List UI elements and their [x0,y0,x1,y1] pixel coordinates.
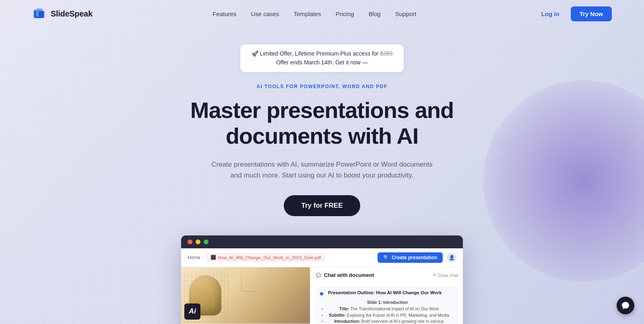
slide-1-section: Slide 1: Introduction Title: The Transfo… [320,300,453,324]
nav-actions: Log in Try Now [537,6,612,21]
nav-link-use-cases[interactable]: Use cases [251,10,279,17]
login-button[interactable]: Log in [537,7,564,21]
slide-1-item-intro: Introduction: Brief overview of AI's gro… [322,318,453,324]
window-dot-green [204,239,208,244]
navbar: SlideSpeak Features Use cases Templates … [0,0,644,28]
create-icon: 🔍 [383,255,389,260]
nav-link-features[interactable]: Features [213,10,236,17]
logo-icon [32,7,47,21]
chat-panel: 💬 Chat with document ✕ Clear chat Presen… [310,267,463,324]
user-avatar[interactable]: 👤 [447,253,456,262]
clear-chat-button[interactable]: ✕ Clear chat [433,272,458,278]
offer-rocket: 🚀 [252,50,258,57]
outline-dot [320,292,323,295]
window-dot-red [188,239,192,244]
create-presentation-button[interactable]: 🔍 Create presentation [378,252,443,263]
chat-header: 💬 Chat with document ✕ Clear chat [315,272,458,282]
ai-tools-label: AI TOOLS FOR POWERPOINT, WORD AND PDF [256,84,388,89]
offer-text2: Offer ends March 14th. Get it now — [252,58,393,67]
svg-rect-2 [39,11,44,18]
logo[interactable]: SlideSpeak [32,7,93,21]
doc-preview: Ai How will AI change our work in 2024? [181,267,310,324]
doc-image-area: Ai [181,267,310,324]
file-dot: ⬛ [211,255,216,260]
file-chip[interactable]: ⬛ How_AI_Will_Change_Our_Work_in_2024_Go… [207,254,324,261]
breadcrumb-home[interactable]: Home [188,255,200,260]
app-body: Ai How will AI change our work in 2024? … [181,267,463,324]
slide-1-item-subtitle: Subtitle: Exploring the Future of AI in … [322,312,453,319]
chat-widget-button[interactable] [617,297,634,314]
outline-title: Presentation Outline: How AI Will Change… [328,290,442,295]
nav-links: Features Use cases Templates Pricing Blo… [213,10,416,17]
slide-1-label: Slide 1: Introduction [322,300,453,305]
try-free-button[interactable]: Try for FREE [284,195,361,216]
hero-title: Master presentations and documents with … [190,97,454,149]
offer-text1: Limited Offer, Lifetime Premium Plus acc… [260,50,380,57]
outline-section: Presentation Outline: How AI Will Change… [315,286,458,324]
app-content: Home › ⬛ How_AI_Will_Change_Our_Work_in_… [181,248,463,324]
chat-widget-icon [621,301,630,310]
nav-link-blog[interactable]: Blog [369,10,381,17]
brand-name: SlideSpeak [51,9,93,19]
try-now-button[interactable]: Try Now [571,6,612,21]
offer-price-old: $359 [380,50,392,57]
app-topbar: Home › ⬛ How_AI_Will_Change_Our_Work_in_… [181,248,463,267]
app-screenshot: Home › ⬛ How_AI_Will_Change_Our_Work_in_… [181,235,463,324]
breadcrumb-separator: › [203,255,204,260]
app-titlebar [181,235,463,248]
chat-icon: 💬 [315,272,322,279]
ai-logo: Ai [184,303,200,320]
window-dot-yellow [196,239,200,244]
circuit-lines [181,267,310,324]
chat-title: 💬 Chat with document [315,272,374,279]
breadcrumb-file: How_AI_Will_Change_Our_Work_in_2024_Goin… [218,255,321,260]
nav-link-support[interactable]: Support [395,10,417,17]
nav-link-templates[interactable]: Templates [293,10,321,17]
nav-link-pricing[interactable]: Pricing [336,10,354,17]
slide-1-item-title: Title: The Transformational Impact of AI… [322,306,453,312]
hero-subtitle: Create presentations with AI, summarize … [209,159,435,181]
clear-icon: ✕ [433,272,436,278]
hero-section: 🚀 Limited Offer, Lifetime Premium Plus a… [0,28,644,324]
offer-banner[interactable]: 🚀 Limited Offer, Lifetime Premium Plus a… [240,44,405,72]
breadcrumb: Home › ⬛ How_AI_Will_Change_Our_Work_in_… [188,254,324,261]
